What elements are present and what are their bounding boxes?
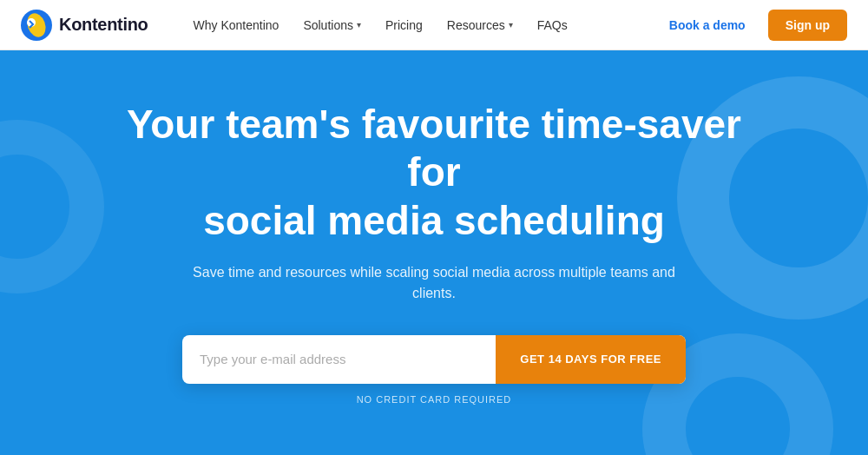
hero-title: Your team's favourite time-saver for soc…	[95, 101, 773, 245]
cta-button[interactable]: GET 14 DAYS FOR FREE	[496, 335, 686, 384]
nav-links: Why Kontentino Solutions ▾ Pricing Resou…	[183, 13, 657, 37]
no-credit-card-text: NO CREDIT CARD REQUIRED	[357, 394, 512, 405]
email-input[interactable]	[182, 335, 496, 384]
book-demo-button[interactable]: Book a demo	[657, 11, 758, 39]
hero-subtitle: Save time and resources while scaling so…	[174, 262, 694, 304]
logo-text: Kontentino	[59, 15, 148, 35]
decorative-circle-3	[0, 120, 104, 293]
solutions-chevron-icon: ▾	[357, 20, 361, 30]
nav-faqs[interactable]: FAQs	[527, 13, 578, 37]
logo-link[interactable]: Kontentino	[21, 10, 148, 41]
navbar: Kontentino Why Kontentino Solutions ▾ Pr…	[0, 0, 868, 50]
nav-solutions[interactable]: Solutions ▾	[293, 13, 372, 37]
logo-icon	[21, 10, 52, 41]
hero-section: Your team's favourite time-saver for soc…	[0, 50, 868, 455]
nav-actions: Book a demo Sign up	[657, 10, 847, 41]
nav-pricing[interactable]: Pricing	[375, 13, 433, 37]
hero-form: GET 14 DAYS FOR FREE	[182, 335, 686, 384]
nav-why-kontentino[interactable]: Why Kontentino	[183, 13, 290, 37]
resources-chevron-icon: ▾	[509, 20, 513, 30]
signup-button[interactable]: Sign up	[768, 10, 847, 41]
nav-resources[interactable]: Resources ▾	[437, 13, 523, 37]
